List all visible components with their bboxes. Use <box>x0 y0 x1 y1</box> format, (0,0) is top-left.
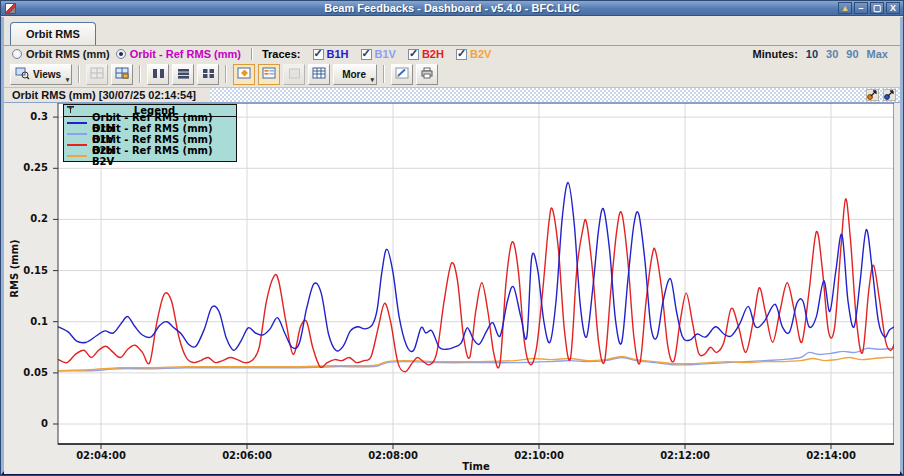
split-columns-button[interactable] <box>147 64 169 85</box>
grid-quad-icon <box>202 68 215 81</box>
legend-entry: Orbit - Ref RMS (mm) B2V <box>64 150 236 161</box>
table-icon <box>312 67 326 81</box>
legend-line-swatch <box>67 144 87 146</box>
trace-checkbox-b2h[interactable]: ✓ B2H <box>408 48 444 60</box>
window-body: Orbit RMS Orbit RMS (mm) Orbit - Ref RMS… <box>1 17 903 475</box>
separator <box>251 48 252 60</box>
radio-orbit-ref-rms[interactable]: Orbit - Ref RMS (mm) <box>116 48 241 60</box>
chart-header[interactable]: Orbit RMS (mm) [30/07/25 02:14:54] <box>4 88 900 103</box>
controls-row: Orbit RMS (mm) Orbit - Ref RMS (mm) Trac… <box>4 46 900 61</box>
blank-icon <box>288 68 301 81</box>
checkbox-icon: ✓ <box>408 49 419 60</box>
x-tick-label: 02:04:00 <box>66 450 136 461</box>
trace-b2h-label: B2H <box>422 48 444 60</box>
expand-chart-icon[interactable] <box>883 89 896 101</box>
export-image-icon <box>395 67 409 81</box>
window-title: Beam Feedbacks - Dashboard - v5.4.0 - BF… <box>1 2 903 14</box>
minutes-label: Minutes: <box>753 48 798 60</box>
y-tick-label: 0.25 <box>8 162 48 173</box>
chevron-down-icon: ▾ <box>66 76 70 84</box>
y-axis-title: RMS (mm) <box>9 219 20 319</box>
separator <box>139 65 141 83</box>
legend-toggle-icon <box>262 67 276 81</box>
blank-button[interactable] <box>283 64 305 85</box>
legend-line-swatch <box>67 133 87 135</box>
radio-icon <box>12 49 22 59</box>
minimize-button[interactable]: – <box>854 2 868 14</box>
traces-label: Traces: <box>262 48 301 60</box>
maximize-button[interactable]: ▢ <box>870 2 884 14</box>
checkbox-icon: ✓ <box>456 49 467 60</box>
split-rows-icon <box>177 68 190 81</box>
y-tick-label: 0.3 <box>8 111 48 122</box>
x-tick-label: 02:10:00 <box>504 450 574 461</box>
y-tick-label: 0.05 <box>8 367 48 378</box>
checkbox-icon: ✓ <box>313 49 324 60</box>
minutes-30[interactable]: 30 <box>826 48 838 60</box>
split-rows-button[interactable] <box>172 64 194 85</box>
separator <box>78 65 80 83</box>
tile-grid-icon <box>115 67 129 81</box>
close-button[interactable]: X <box>886 2 900 14</box>
chart-area: 00.050.10.150.20.250.3 02:04:0002:06:000… <box>4 103 900 474</box>
chart-title: Orbit RMS (mm) [30/07/25 02:14:54] <box>4 88 210 102</box>
x-tick-label: 02:14:00 <box>796 450 866 461</box>
minutes-selector: Minutes: 10 30 90 Max <box>753 48 892 60</box>
separator <box>383 65 385 83</box>
tile-single-icon <box>90 67 104 81</box>
print-button[interactable] <box>416 64 438 85</box>
zoom-window-icon <box>237 67 251 81</box>
shade-button[interactable]: ▴ <box>838 2 852 14</box>
radio-orbit-ref-rms-label: Orbit - Ref RMS (mm) <box>130 48 241 60</box>
y-tick-label: 0 <box>8 418 48 429</box>
trace-checkbox-b2v[interactable]: ✓ B2V <box>456 48 491 60</box>
x-tick-label: 02:12:00 <box>650 450 720 461</box>
legend-entry-label: Orbit - Ref RMS (mm) B2V <box>92 145 233 167</box>
grid-quad-button[interactable] <box>197 64 219 85</box>
trace-b2v-label: B2V <box>470 48 491 60</box>
tab-orbit-rms[interactable]: Orbit RMS <box>10 22 96 45</box>
titlebar[interactable]: Beam Feedbacks - Dashboard - v5.4.0 - BF… <box>1 1 903 16</box>
minutes-max[interactable]: Max <box>867 48 888 60</box>
zoom-window-toggle[interactable] <box>233 64 255 85</box>
views-button[interactable]: Views ▾ <box>10 64 72 85</box>
trace-b1v-label: B1V <box>375 48 396 60</box>
chevron-down-icon: ▾ <box>371 76 375 84</box>
views-icon <box>15 66 30 82</box>
x-tick-label: 02:06:00 <box>212 450 282 461</box>
legend-line-swatch <box>67 155 87 157</box>
views-button-label: Views <box>33 69 61 80</box>
tile-single-button[interactable] <box>86 64 108 85</box>
more-button[interactable]: More ▾ <box>333 64 377 85</box>
x-tick-label: 02:08:00 <box>358 450 428 461</box>
table-button[interactable] <box>308 64 330 85</box>
legend-line-swatch <box>67 122 87 124</box>
radio-orbit-rms-label: Orbit RMS (mm) <box>26 48 110 60</box>
legend-pin-icon <box>66 105 75 116</box>
radio-orbit-rms[interactable]: Orbit RMS (mm) <box>12 48 110 60</box>
legend-toggle[interactable] <box>258 64 280 85</box>
separator <box>225 65 227 83</box>
trace-b1h-label: B1H <box>327 48 349 60</box>
more-button-label: More <box>342 69 366 80</box>
printer-icon <box>420 67 434 81</box>
trace-checkbox-b1h[interactable]: ✓ B1H <box>313 48 349 60</box>
radio-selected-icon <box>116 49 126 59</box>
x-axis-title: Time <box>416 461 536 472</box>
app-window: Beam Feedbacks - Dashboard - v5.4.0 - BF… <box>0 0 904 476</box>
toolbar: Views ▾ <box>4 61 900 88</box>
export-image-button[interactable] <box>391 64 413 85</box>
minutes-90[interactable]: 90 <box>846 48 858 60</box>
checkbox-icon: ✓ <box>361 49 372 60</box>
tile-grid-button[interactable] <box>111 64 133 85</box>
detach-chart-icon[interactable] <box>866 89 879 101</box>
tab-bar: Orbit RMS <box>4 17 900 46</box>
chart-legend[interactable]: Legend Orbit - Ref RMS (mm) B1HOrbit - R… <box>63 104 237 162</box>
split-columns-icon <box>152 68 165 81</box>
trace-checkbox-b1v[interactable]: ✓ B1V <box>361 48 396 60</box>
minutes-10[interactable]: 10 <box>806 48 818 60</box>
